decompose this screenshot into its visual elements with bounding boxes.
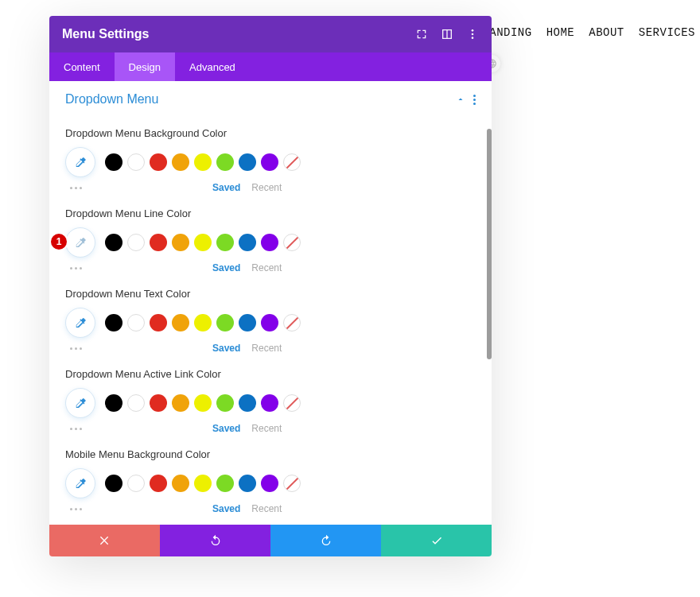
expand-icon[interactable] xyxy=(415,28,428,41)
saved-tab[interactable]: Saved xyxy=(212,423,240,434)
nav-link-about[interactable]: ABOUT xyxy=(589,26,624,39)
svg-point-2 xyxy=(472,37,474,39)
panel-header: Menu Settings xyxy=(49,16,492,52)
swatch-more-icon[interactable] xyxy=(67,344,85,353)
group-dropdown-line: Dropdown Menu Line Color 1 Saved xyxy=(49,193,492,273)
group-label: Dropdown Menu Background Color xyxy=(65,127,476,139)
swatch-none[interactable] xyxy=(283,234,301,251)
confirm-button[interactable] xyxy=(381,525,492,556)
swatch-blue[interactable] xyxy=(239,394,256,412)
swatch-yellow[interactable] xyxy=(194,234,212,251)
swatch-none[interactable] xyxy=(283,314,301,331)
saved-tab[interactable]: Saved xyxy=(212,262,240,273)
swatch-white[interactable] xyxy=(127,234,145,251)
swatch-red[interactable] xyxy=(150,394,167,412)
recent-tab[interactable]: Recent xyxy=(251,262,282,273)
swatch-white[interactable] xyxy=(127,394,145,412)
saved-tab[interactable]: Saved xyxy=(212,343,240,354)
swatch-orange[interactable] xyxy=(172,314,189,331)
swatch-orange[interactable] xyxy=(172,234,189,251)
collapse-icon[interactable] xyxy=(456,95,465,104)
panel-layout-icon[interactable] xyxy=(441,28,453,41)
nav-link-home[interactable]: HOME xyxy=(546,26,575,39)
tabs: Content Design Advanced xyxy=(49,52,492,81)
swatch-purple[interactable] xyxy=(261,314,278,331)
recent-tab[interactable]: Recent xyxy=(251,423,282,434)
swatch-purple[interactable] xyxy=(261,394,278,412)
swatch-none[interactable] xyxy=(283,394,301,412)
swatch-black[interactable] xyxy=(105,475,122,492)
swatch-yellow[interactable] xyxy=(194,153,212,171)
group-label: Mobile Menu Background Color xyxy=(65,448,476,460)
swatch-blue[interactable] xyxy=(239,153,256,171)
tab-content[interactable]: Content xyxy=(49,52,115,81)
section-more-icon[interactable] xyxy=(473,95,476,105)
swatch-red[interactable] xyxy=(150,153,167,171)
eyedropper-button[interactable] xyxy=(65,388,95,418)
group-mobile-bg: Mobile Menu Background Color Saved xyxy=(49,434,492,514)
swatch-more-icon[interactable] xyxy=(67,184,85,192)
swatch-green[interactable] xyxy=(216,234,234,251)
group-dropdown-bg: Dropdown Menu Background Color Saved xyxy=(49,113,492,193)
swatch-white[interactable] xyxy=(127,153,145,171)
eyedropper-button[interactable] xyxy=(65,468,95,498)
swatch-black[interactable] xyxy=(105,153,122,171)
section-header: Dropdown Menu xyxy=(49,81,492,113)
swatch-blue[interactable] xyxy=(239,475,256,492)
swatch-orange[interactable] xyxy=(172,475,189,492)
swatch-blue[interactable] xyxy=(239,314,256,331)
swatch-green[interactable] xyxy=(216,153,234,171)
eyedropper-button[interactable] xyxy=(65,308,95,338)
swatch-more-icon[interactable] xyxy=(67,505,85,514)
eyedropper-button[interactable] xyxy=(65,147,95,177)
recent-tab[interactable]: Recent xyxy=(251,182,282,193)
swatch-green[interactable] xyxy=(216,475,234,492)
swatch-none[interactable] xyxy=(283,475,301,492)
swatch-more-icon[interactable] xyxy=(67,264,85,273)
annotation-badge-1: 1 xyxy=(51,234,67,250)
redo-button[interactable] xyxy=(270,525,381,556)
swatch-red[interactable] xyxy=(150,234,167,251)
swatch-blue[interactable] xyxy=(239,234,256,251)
group-dropdown-text: Dropdown Menu Text Color Saved xyxy=(49,273,492,354)
swatch-green[interactable] xyxy=(216,394,234,412)
swatch-yellow[interactable] xyxy=(194,314,212,331)
saved-tab[interactable]: Saved xyxy=(212,503,240,514)
swatch-purple[interactable] xyxy=(261,475,278,492)
more-icon[interactable] xyxy=(466,28,479,41)
group-label: Dropdown Menu Line Color xyxy=(65,207,476,219)
eyedropper-button[interactable] xyxy=(65,227,95,258)
menu-settings-panel: Menu Settings Content Design Advanced Dr… xyxy=(49,16,492,556)
swatch-orange[interactable] xyxy=(172,153,189,171)
svg-point-1 xyxy=(472,33,474,36)
group-label: Dropdown Menu Active Link Color xyxy=(65,368,476,380)
panel-footer xyxy=(49,525,492,556)
nav-link-services[interactable]: SERVICES xyxy=(639,26,695,39)
swatch-purple[interactable] xyxy=(261,234,278,251)
swatch-row xyxy=(65,308,476,338)
section-title[interactable]: Dropdown Menu xyxy=(65,92,456,107)
undo-button[interactable] xyxy=(160,525,270,556)
swatch-white[interactable] xyxy=(127,475,145,492)
swatch-yellow[interactable] xyxy=(194,475,212,492)
swatch-yellow[interactable] xyxy=(194,394,212,412)
panel-title: Menu Settings xyxy=(62,27,415,41)
swatch-black[interactable] xyxy=(105,234,122,251)
recent-tab[interactable]: Recent xyxy=(251,503,282,514)
tab-design[interactable]: Design xyxy=(115,52,175,81)
swatch-black[interactable] xyxy=(105,394,122,412)
swatch-white[interactable] xyxy=(127,314,145,331)
swatch-purple[interactable] xyxy=(261,153,278,171)
swatch-red[interactable] xyxy=(150,475,167,492)
swatch-none[interactable] xyxy=(283,153,301,171)
close-button[interactable] xyxy=(49,525,160,556)
recent-tab[interactable]: Recent xyxy=(251,343,282,354)
swatch-red[interactable] xyxy=(150,314,167,331)
swatch-green[interactable] xyxy=(216,314,234,331)
swatch-more-icon[interactable] xyxy=(67,424,85,433)
swatch-row xyxy=(65,468,476,498)
tab-advanced[interactable]: Advanced xyxy=(175,52,250,81)
saved-tab[interactable]: Saved xyxy=(212,182,240,193)
swatch-orange[interactable] xyxy=(172,394,189,412)
swatch-black[interactable] xyxy=(105,314,122,331)
